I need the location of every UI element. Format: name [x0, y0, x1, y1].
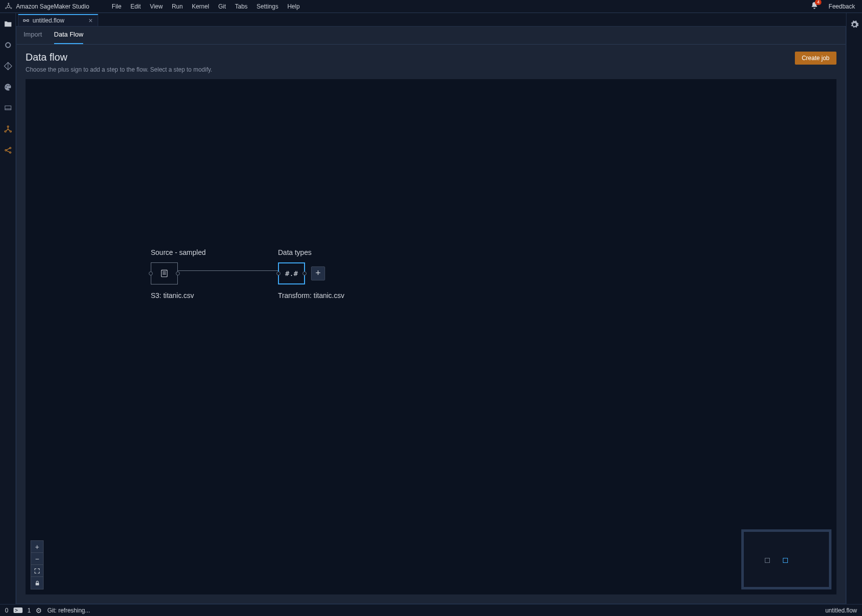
port-in[interactable] [276, 271, 280, 275]
right-rail [846, 13, 862, 604]
status-terminal-count[interactable]: 1 [28, 607, 31, 614]
page-subtitle: Choose the plus sign to add a step to th… [26, 66, 212, 73]
svg-point-4 [6, 43, 10, 47]
terminal-icon[interactable]: >_ [14, 607, 23, 613]
page-title: Data flow [26, 52, 212, 63]
node-source[interactable]: Source - sampled S3: titanic.csv [151, 248, 271, 299]
zoom-out-button[interactable]: − [31, 553, 43, 565]
palette-icon[interactable] [3, 82, 13, 92]
status-gear-icon[interactable]: ⚙ [36, 606, 42, 614]
status-git[interactable]: Git: refreshing... [47, 607, 90, 614]
flow-canvas[interactable]: Source - sampled S3: titanic.csv Data t [26, 79, 836, 594]
components-icon[interactable] [3, 124, 13, 134]
svg-point-5 [6, 87, 7, 88]
svg-point-11 [10, 131, 11, 132]
port-out[interactable] [303, 271, 307, 275]
node-datatypes-subtitle: Transform: titanic.csv [278, 291, 398, 299]
zoom-lock-button[interactable] [31, 577, 43, 589]
svg-point-14 [10, 152, 11, 153]
menu-edit[interactable]: Edit [126, 3, 145, 10]
status-filename: untitled.flow [825, 607, 857, 614]
activity-bar [0, 13, 16, 604]
content-area: untitled.flow × Import Data Flow Data fl… [16, 13, 846, 604]
svg-point-10 [5, 131, 6, 132]
menu-file[interactable]: File [107, 3, 126, 10]
monitor-icon[interactable] [3, 103, 13, 113]
svg-rect-17 [161, 270, 167, 276]
svg-point-7 [9, 85, 10, 86]
add-step-button[interactable]: + [311, 266, 325, 280]
minimap[interactable] [741, 529, 831, 589]
menu-tabs[interactable]: Tabs [230, 3, 252, 10]
tab-data-flow[interactable]: Data Flow [54, 31, 84, 44]
fullscreen-icon [34, 568, 40, 574]
status-bar: 0 >_ 1 ⚙ Git: refreshing... untitled.flo… [0, 604, 862, 616]
svg-point-0 [7, 5, 10, 8]
minimap-node-source [765, 558, 770, 563]
tab-import[interactable]: Import [24, 31, 42, 44]
datatypes-glyph: #.# [285, 269, 298, 277]
zoom-controls: + − [31, 540, 44, 589]
svg-rect-8 [5, 106, 11, 110]
node-source-box[interactable] [151, 262, 178, 284]
node-source-title: Source - sampled [151, 248, 271, 256]
share-icon[interactable] [3, 145, 13, 155]
menu-settings[interactable]: Settings [252, 3, 282, 10]
node-datatypes-title: Data types [278, 248, 398, 256]
svg-rect-15 [24, 20, 26, 22]
svg-point-13 [10, 147, 11, 149]
file-tabs: untitled.flow × [16, 13, 846, 26]
close-icon[interactable]: × [89, 18, 93, 24]
database-icon [159, 268, 169, 278]
status-left-count[interactable]: 0 [5, 607, 9, 614]
notification-badge: 4 [815, 0, 821, 5]
node-source-subtitle: S3: titanic.csv [151, 291, 271, 299]
svg-rect-18 [36, 582, 39, 585]
app-title: Amazon SageMaker Studio [16, 3, 89, 10]
menubar: Amazon SageMaker Studio File Edit View R… [0, 0, 862, 13]
minimap-node-datatypes [783, 558, 788, 563]
port-out[interactable] [176, 271, 180, 275]
svg-point-6 [7, 85, 8, 86]
svg-point-9 [7, 126, 9, 127]
feedback-link[interactable]: Feedback [828, 3, 855, 10]
file-tab-untitled-flow[interactable]: untitled.flow × [18, 14, 98, 26]
menu-items: File Edit View Run Kernel Git Tabs Setti… [107, 3, 304, 10]
menu-run[interactable]: Run [167, 3, 187, 10]
create-job-button[interactable]: Create job [795, 52, 836, 65]
svg-point-12 [5, 150, 7, 151]
lock-icon [35, 580, 40, 586]
port-in[interactable] [149, 271, 153, 275]
menu-help[interactable]: Help [283, 3, 305, 10]
notifications-button[interactable]: 4 [810, 2, 818, 11]
flow-panel: Import Data Flow Data flow Choose the pl… [16, 26, 846, 604]
panel-header: Data flow Choose the plus sign to add a … [17, 45, 845, 79]
svg-rect-16 [27, 20, 29, 22]
menu-kernel[interactable]: Kernel [187, 3, 214, 10]
node-datatypes-box[interactable]: #.# [278, 262, 305, 284]
svg-point-3 [6, 8, 7, 9]
settings-button[interactable] [850, 20, 859, 31]
zoom-in-button[interactable]: + [31, 541, 43, 553]
menu-view[interactable]: View [145, 3, 167, 10]
menu-git[interactable]: Git [214, 3, 230, 10]
sagemaker-logo-icon [4, 2, 13, 11]
svg-point-2 [11, 8, 12, 9]
node-datatypes[interactable]: Data types #.# + Transform: titanic.csv [278, 248, 398, 299]
circle-icon[interactable] [3, 40, 13, 50]
flow-icon [23, 17, 30, 24]
file-tab-label: untitled.flow [33, 17, 64, 24]
diamond-icon[interactable] [3, 61, 13, 71]
zoom-fit-button[interactable] [31, 565, 43, 577]
subtabs: Import Data Flow [17, 27, 845, 45]
gear-icon [850, 20, 859, 29]
folder-icon[interactable] [3, 19, 13, 29]
